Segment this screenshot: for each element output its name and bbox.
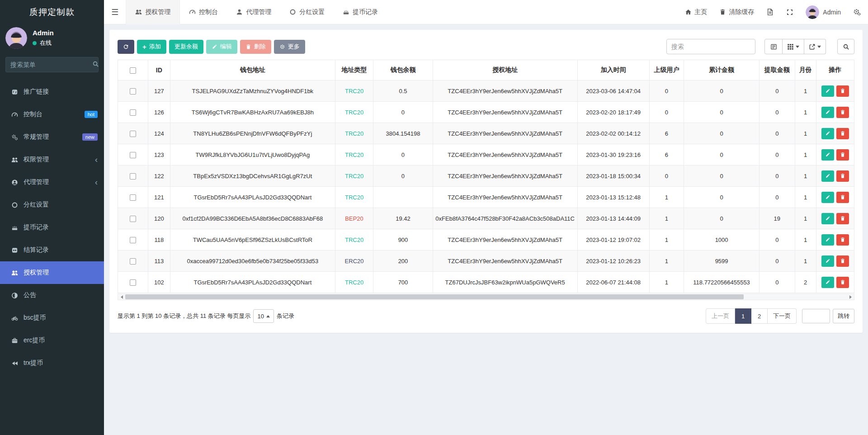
row-delete-button[interactable] (836, 213, 849, 224)
row-delete-button[interactable] (836, 192, 849, 203)
row-delete-button[interactable] (836, 277, 849, 288)
row-delete-button[interactable] (836, 149, 849, 161)
scroll-right-icon[interactable] (847, 294, 854, 300)
sidebar-item-trx-withdraw[interactable]: trx提币 (0, 352, 104, 374)
tab-withdraw-records[interactable]: 提币记录 (334, 0, 387, 24)
table-header-row: ID 钱包地址 地址类型 钱包余额 授权地址 加入时间 上级用户 累计金额 提取… (118, 60, 854, 80)
sidebar-item-withdraw-records[interactable]: 提币记录 (0, 216, 104, 239)
sidebar-item-general[interactable]: 常规管理 new (0, 126, 104, 148)
row-edit-button[interactable] (821, 192, 834, 203)
more-button[interactable]: 更多 (274, 40, 305, 54)
pagination-info: 显示第 1 到第 10 条记录，总共 11 条记录 每页显示 (118, 312, 250, 320)
sidebar-item-authorization[interactable]: 授权管理 (0, 261, 104, 284)
cell-auth-address: TZC4EEr3hY9erJen6ew5hhXVJjZdMAha5T (433, 102, 577, 123)
sidebar-item-agents[interactable]: 代理管理 ‹ (0, 171, 104, 194)
row-checkbox[interactable] (130, 194, 136, 201)
table-search-input[interactable] (666, 39, 755, 54)
detail-view-button[interactable] (764, 39, 783, 54)
export-button[interactable] (804, 39, 826, 54)
delete-button[interactable]: 删除 (240, 40, 271, 54)
row-checkbox[interactable] (130, 279, 136, 286)
cell-wallet-address: TBpEx5zVSDXz13bgDCehvsAR1GgLgR7zUt (170, 165, 335, 187)
row-checkbox[interactable] (130, 237, 136, 243)
update-balance-button[interactable]: 更新余额 (169, 40, 203, 54)
row-delete-button[interactable] (836, 128, 849, 139)
clear-cache-link[interactable]: 清除缓存 (719, 8, 754, 16)
sidebar-search-input[interactable] (10, 61, 92, 68)
row-checkbox[interactable] (130, 216, 136, 222)
cell-wallet-address: TGsrEbD5Rr7sAA43PLAsJD2Gd33QQDNart (170, 187, 335, 208)
jump-page-input[interactable] (802, 309, 830, 323)
row-delete-button[interactable] (836, 255, 849, 267)
prev-page-button[interactable]: 上一页 (706, 308, 735, 324)
home-icon (685, 9, 692, 15)
add-button[interactable]: +添加 (137, 40, 166, 54)
backward-icon (9, 360, 20, 367)
row-edit-button[interactable] (821, 107, 834, 118)
cell-month: 1 (795, 208, 816, 229)
tab-dividend[interactable]: 分红设置 (280, 0, 334, 24)
settings-gear-icon[interactable] (853, 8, 861, 16)
doc-icon[interactable] (766, 8, 774, 16)
caret-down-icon (796, 46, 799, 48)
select-all-checkbox[interactable] (130, 67, 136, 74)
tab-dashboard[interactable]: 控制台 (180, 0, 227, 24)
cell-parent-user: 0 (649, 102, 684, 123)
page-size-dropdown[interactable]: 10 (253, 309, 274, 323)
sidebar-item-promo-link[interactable]: 推广链接 (0, 80, 104, 103)
cell-total-amount: 0 (684, 165, 760, 187)
row-edit-button[interactable] (821, 255, 834, 267)
jump-button[interactable]: 跳转 (833, 309, 854, 323)
scroll-left-icon[interactable] (118, 294, 125, 300)
row-checkbox[interactable] (130, 152, 136, 158)
cell-join-time: 2023-01-30 19:23:16 (577, 144, 649, 165)
user-menu[interactable]: Admin (806, 5, 841, 19)
sidebar-item-dividend[interactable]: 分红设置 (0, 194, 104, 216)
cell-id: 122 (148, 165, 170, 187)
row-edit-button[interactable] (821, 149, 834, 161)
hamburger-icon[interactable]: ☰ (104, 7, 126, 17)
home-link[interactable]: 主页 (685, 8, 707, 16)
scrollbar-thumb[interactable] (125, 294, 744, 299)
refresh-button[interactable] (118, 40, 134, 54)
row-edit-button[interactable] (821, 213, 834, 224)
row-checkbox[interactable] (130, 258, 136, 265)
cell-withdraw-amount: 0 (759, 272, 795, 293)
sidebar-item-dashboard[interactable]: 控制台 hot (0, 103, 104, 126)
row-checkbox[interactable] (130, 173, 136, 180)
cell-id: 123 (148, 144, 170, 165)
row-checkbox[interactable] (130, 131, 136, 137)
fullscreen-icon[interactable] (786, 9, 793, 16)
row-delete-button[interactable] (836, 170, 849, 182)
row-delete-button[interactable] (836, 107, 849, 118)
sidebar-item-settlement-records[interactable]: 结算记录 (0, 239, 104, 261)
table-body: 127TSJELPAG9UXdZzTaMzhnuZYVog4HNDF1bkTRC… (118, 80, 854, 293)
col-auth-address: 授权地址 (433, 60, 577, 80)
next-page-button[interactable]: 下一页 (768, 308, 797, 324)
row-delete-button[interactable] (836, 234, 849, 246)
row-checkbox[interactable] (130, 88, 136, 95)
columns-button[interactable] (783, 39, 804, 54)
sidebar-item-permissions[interactable]: 权限管理 ‹ (0, 148, 104, 171)
row-edit-button[interactable] (821, 85, 834, 97)
table-footer: 显示第 1 到第 10 条记录，总共 11 条记录 每页显示 10 条记录 上一… (118, 308, 854, 324)
row-edit-button[interactable] (821, 234, 834, 246)
horizontal-scrollbar[interactable] (118, 293, 854, 300)
page-button-1[interactable]: 1 (735, 308, 751, 324)
row-edit-button[interactable] (821, 277, 834, 288)
cell-balance: 200 (373, 251, 433, 272)
page-button-2[interactable]: 2 (751, 308, 768, 324)
row-delete-button[interactable] (836, 85, 849, 97)
row-edit-button[interactable] (821, 170, 834, 182)
row-edit-button[interactable] (821, 128, 834, 139)
cell-total-amount: 0 (684, 102, 760, 123)
tab-authorization[interactable]: 授权管理 (126, 0, 180, 24)
search-button[interactable] (837, 39, 854, 54)
tab-agents[interactable]: 代理管理 (227, 0, 280, 24)
row-checkbox[interactable] (130, 109, 136, 116)
edit-button[interactable]: 编辑 (206, 40, 237, 54)
sidebar-item-erc-withdraw[interactable]: erc提币 (0, 329, 104, 352)
cell-id: 127 (148, 80, 170, 102)
sidebar-item-bsc-withdraw[interactable]: bsc提币 (0, 307, 104, 329)
sidebar-item-announcement[interactable]: 公告 (0, 284, 104, 307)
